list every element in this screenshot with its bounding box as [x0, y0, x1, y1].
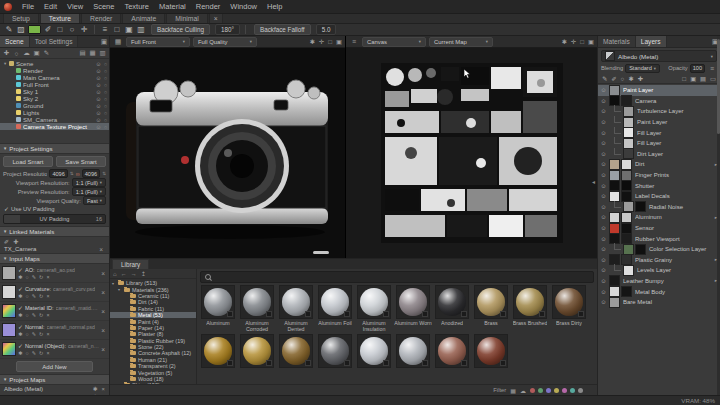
- map-edit-icon[interactable]: ✎: [32, 350, 36, 356]
- backface-culling-toggle[interactable]: Backface Culling: [151, 24, 210, 35]
- visibility-eye-icon[interactable]: ⊙: [95, 124, 102, 130]
- scene-tree-item[interactable]: Sky 1 ⊙ ○: [0, 88, 109, 95]
- adjustment-layer-icon[interactable]: ○: [621, 75, 625, 82]
- scene-tree-item[interactable]: SM_Camera ⊙ ○: [0, 116, 109, 123]
- layer-visibility-eye-icon[interactable]: ⊙: [598, 108, 609, 114]
- workspace-tab[interactable]: Animate: [122, 13, 165, 23]
- remove-map-icon[interactable]: ×: [101, 346, 107, 353]
- save-smart-button[interactable]: Save Smart: [56, 156, 106, 167]
- menu-item[interactable]: Edit: [39, 2, 62, 11]
- layer-row[interactable]: ⊙ Shutter ▸: [598, 180, 720, 191]
- workspace-tab[interactable]: Minimal: [166, 13, 207, 23]
- map-clear-icon[interactable]: ×: [47, 331, 50, 337]
- quality-select[interactable]: Full Quality ▾: [193, 37, 257, 47]
- layer-thumbnail[interactable]: [623, 265, 634, 276]
- workspace-tab[interactable]: Setup: [3, 13, 39, 23]
- map-preview-icon[interactable]: ○: [25, 331, 28, 337]
- gradient-icon[interactable]: ≡: [100, 25, 110, 35]
- project-map-row[interactable]: Albedo (Metal) ✱ ×: [0, 385, 109, 393]
- layer-visibility-eye-icon[interactable]: ⊙: [598, 204, 609, 210]
- layer-row[interactable]: ⊙ Dirt ▸: [598, 159, 720, 170]
- color-tag-dot[interactable]: [546, 388, 551, 393]
- panel-popout-icon[interactable]: ▣: [99, 36, 109, 47]
- map-settings-icon[interactable]: ✱: [18, 331, 22, 337]
- layer-visibility-eye-icon[interactable]: ⊙: [598, 172, 609, 178]
- layer-mask-thumbnail[interactable]: [635, 244, 646, 255]
- visibility-eye-icon[interactable]: ⊙: [95, 68, 102, 74]
- map-edit-icon[interactable]: ✎: [32, 312, 36, 318]
- enabled-check-icon[interactable]: ✓: [18, 324, 23, 330]
- render-toggle-icon[interactable]: ○: [102, 75, 109, 81]
- map-settings-icon[interactable]: ✱: [18, 350, 22, 356]
- scene-tree-item[interactable]: Main Camera ⊙ ○: [0, 74, 109, 81]
- enabled-check-icon[interactable]: ✓: [18, 286, 23, 292]
- layer-thumbnail[interactable]: [609, 180, 620, 191]
- backface-culling-value[interactable]: 180°: [215, 24, 240, 35]
- menu-item[interactable]: Render: [191, 2, 226, 11]
- layer-row[interactable]: ⊙ Bare Metal ▸: [598, 297, 720, 308]
- menu-item[interactable]: Scene: [88, 2, 119, 11]
- layer-mask-thumbnail[interactable]: [621, 95, 632, 106]
- input-map-row[interactable]: ✓ Curvature: camerafi_curv.psd ✱ ○ ✎ ↻ ×…: [0, 283, 109, 302]
- layer-visibility-eye-icon[interactable]: ⊙: [598, 193, 609, 199]
- map-preview-icon[interactable]: ○: [25, 312, 28, 318]
- layer-visibility-eye-icon[interactable]: ⊙: [598, 267, 609, 273]
- material-tile[interactable]: Aluminum Corroded: [238, 285, 276, 333]
- material-tile[interactable]: Aluminum Foil: [316, 285, 354, 333]
- remove-map-icon[interactable]: ×: [101, 327, 107, 334]
- fill-layer-icon[interactable]: ✐: [611, 75, 616, 82]
- group-layer-icon[interactable]: ▤: [700, 75, 706, 82]
- scene-tree-item[interactable]: Ground ⊙ ○: [0, 102, 109, 109]
- layer-row[interactable]: ⊙ Metal Body ▸: [598, 286, 720, 297]
- tab-tool-settings[interactable]: Tool Settings: [30, 36, 79, 47]
- stencil-icon[interactable]: □: [112, 25, 122, 35]
- menu-item[interactable]: Material: [154, 2, 191, 11]
- uv-padding-slider[interactable]: UV Padding 16: [3, 214, 106, 224]
- back-icon[interactable]: ←: [121, 271, 127, 277]
- up-icon[interactable]: ↥: [141, 270, 146, 277]
- layer-visibility-eye-icon[interactable]: ⊙: [598, 140, 609, 146]
- material-tile[interactable]: Aluminum Dented: [277, 285, 315, 333]
- render-toggle-icon[interactable]: ○: [102, 89, 109, 95]
- add-sky-icon[interactable]: ☁: [22, 49, 31, 57]
- rect-select-tool-icon[interactable]: □: [55, 25, 65, 35]
- layer-visibility-eye-icon[interactable]: ⊙: [598, 214, 609, 220]
- remove-map-icon[interactable]: ×: [101, 289, 107, 296]
- add-new-map-button[interactable]: Add New: [16, 361, 93, 372]
- layer-visibility-eye-icon[interactable]: ⊙: [598, 183, 609, 189]
- material-tile[interactable]: [472, 334, 510, 368]
- brush-color-swatch[interactable]: [28, 25, 41, 34]
- material-tile[interactable]: Aluminum: [199, 285, 237, 333]
- map-preview-icon[interactable]: ○: [25, 350, 28, 356]
- viewport-3d-canvas[interactable]: [110, 47, 345, 258]
- expand-caret-icon[interactable]: ▾: [112, 281, 116, 286]
- linked-materials-header[interactable]: ▼ Linked Materials: [0, 226, 109, 237]
- layer-mask-thumbnail[interactable]: [621, 254, 632, 265]
- enabled-check-icon[interactable]: ✓: [18, 267, 23, 273]
- color-tag-dot[interactable]: [538, 388, 543, 393]
- map-settings-icon[interactable]: ✱: [18, 293, 22, 299]
- duplicate-layer-icon[interactable]: ▣: [690, 75, 696, 82]
- layer-mask-thumbnail[interactable]: [635, 201, 646, 212]
- layer-row[interactable]: ⊙ Paint Layer ▸: [598, 85, 720, 96]
- layer-row[interactable]: ⊙ Dirt Layer ▸: [598, 149, 720, 160]
- layer-thumbnail[interactable]: [609, 159, 620, 170]
- layer-row[interactable]: ⊙ Levels Layer ▸: [598, 265, 720, 276]
- visibility-eye-icon[interactable]: ⊙: [95, 110, 102, 116]
- layer-thumbnail[interactable]: [609, 223, 620, 234]
- material-tile[interactable]: [199, 334, 237, 368]
- layer-thumbnail[interactable]: [623, 244, 634, 255]
- map-reload-icon[interactable]: ↻: [39, 331, 43, 337]
- layer-visibility-eye-icon[interactable]: ⊙: [598, 289, 609, 295]
- layer-thumbnail[interactable]: [609, 297, 620, 308]
- add-material-icon[interactable]: ✚: [13, 238, 18, 245]
- grid-view-icon[interactable]: ▦: [510, 387, 516, 394]
- current-map-select[interactable]: Current Map ▾: [429, 37, 493, 47]
- viewport-settings-icon[interactable]: ✱: [562, 38, 567, 45]
- render-toggle-icon[interactable]: ○: [102, 117, 109, 123]
- map-clear-icon[interactable]: ×: [47, 293, 50, 299]
- layer-mask-thumbnail[interactable]: [621, 212, 632, 223]
- linked-material-row[interactable]: TX_Camera ×: [0, 245, 109, 253]
- map-settings-icon[interactable]: ✱: [18, 274, 22, 280]
- add-camera-icon[interactable]: ▣: [32, 49, 41, 57]
